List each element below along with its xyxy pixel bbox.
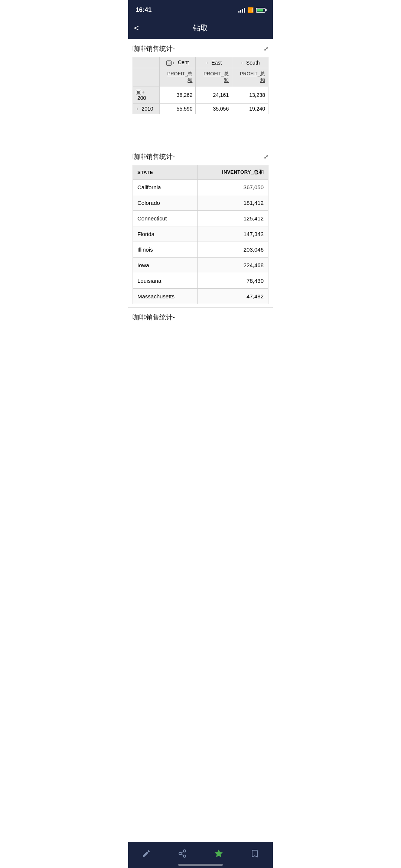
- section2-header: 咖啡销售统计- ⤢: [133, 152, 268, 161]
- expand-square-cent: ⊞: [166, 60, 172, 66]
- pivot-cell-2010-south: 19,240: [232, 104, 268, 114]
- spacer: [128, 117, 273, 147]
- table-row: Iowa 224,468: [133, 258, 268, 273]
- section3-partial: 咖啡销售统计-: [128, 307, 273, 323]
- pivot-cell-2010-east: 35,056: [196, 104, 232, 114]
- state-cell: Colorado: [133, 195, 198, 211]
- state-cell: Louisiana: [133, 273, 198, 289]
- section2: 咖啡销售统计- ⤢ STATE INVENTORY_总和 California …: [128, 147, 273, 307]
- table-row: California 367,050: [133, 180, 268, 195]
- state-cell: Florida: [133, 226, 198, 242]
- pivot-col-sub-cent: PROFIT_总和: [159, 68, 196, 86]
- state-cell: Connecticut: [133, 211, 198, 226]
- signal-icon: [238, 7, 245, 13]
- pivot-cell-200-cent: 38,262: [159, 86, 196, 104]
- section1-header: 咖啡销售统计- ⤢: [133, 44, 268, 53]
- page-title: 钻取: [193, 23, 208, 33]
- inventory-cell: 367,050: [198, 180, 268, 195]
- section1-expand-icon[interactable]: ⤢: [264, 45, 268, 52]
- state-inventory-table: STATE INVENTORY_总和 California 367,050 Co…: [133, 165, 268, 304]
- tab-bar: [128, 842, 273, 844]
- pivot-cell-200-south: 13,238: [232, 86, 268, 104]
- inventory-cell: 224,468: [198, 258, 268, 273]
- pivot-cell-2010-cent: 55,590: [159, 104, 196, 114]
- inventory-cell: 203,046: [198, 242, 268, 258]
- state-cell: Illinois: [133, 242, 198, 258]
- table-row: Colorado 181,412: [133, 195, 268, 211]
- battery-icon: [256, 8, 265, 13]
- pivot-rowlabel-200: ⊞ + 200: [133, 86, 160, 104]
- pivot-cell-200-east: 24,161: [196, 86, 232, 104]
- status-time: 16:41: [136, 6, 151, 14]
- state-cell: California: [133, 180, 198, 195]
- table-row: Massachusetts 47,482: [133, 289, 268, 304]
- status-icons: 📶: [238, 7, 265, 13]
- pivot-col-header-south: + South: [232, 57, 268, 68]
- table-row: Illinois 203,046: [133, 242, 268, 258]
- inventory-cell: 78,430: [198, 273, 268, 289]
- state-cell: Massachusetts: [133, 289, 198, 304]
- table-header-inventory: INVENTORY_总和: [198, 165, 268, 180]
- inventory-cell: 125,412: [198, 211, 268, 226]
- pivot-table: ⊞ + Cent + East +: [133, 57, 268, 114]
- inventory-cell: 147,342: [198, 226, 268, 242]
- pivot-col-sub-south: PROFIT_总和: [232, 68, 268, 86]
- section2-title: 咖啡销售统计-: [133, 152, 175, 161]
- pivot-row-200: ⊞ + 200 38,262 24,161 13,238: [133, 86, 268, 104]
- table-row: Connecticut 125,412: [133, 211, 268, 226]
- section3-title: 咖啡销售统计-: [133, 314, 175, 321]
- table-row: Florida 147,342: [133, 226, 268, 242]
- main-content: 咖啡销售统计- ⤢ ⊞ + Cent +: [128, 39, 273, 844]
- wifi-icon: 📶: [247, 7, 254, 13]
- pivot-col-sub-east: PROFIT_总和: [196, 68, 232, 86]
- state-cell: Iowa: [133, 258, 198, 273]
- status-bar: 16:41 📶: [128, 0, 273, 19]
- pivot-rowlabel-2010: + 2010: [133, 104, 160, 114]
- pivot-row-2010: + 2010 55,590 35,056 19,240: [133, 104, 268, 114]
- inventory-cell: 181,412: [198, 195, 268, 211]
- inventory-cell: 47,482: [198, 289, 268, 304]
- table-row: Louisiana 78,430: [133, 273, 268, 289]
- table-header-state: STATE: [133, 165, 198, 180]
- section1-title: 咖啡销售统计-: [133, 44, 175, 53]
- pivot-col-header-cent: ⊞ + Cent: [159, 57, 196, 68]
- nav-header: < 钻取: [128, 19, 273, 39]
- back-button[interactable]: <: [134, 23, 139, 33]
- section2-expand-icon[interactable]: ⤢: [264, 153, 268, 160]
- pivot-col-header-east: + East: [196, 57, 232, 68]
- section1: 咖啡销售统计- ⤢ ⊞ + Cent +: [128, 39, 273, 117]
